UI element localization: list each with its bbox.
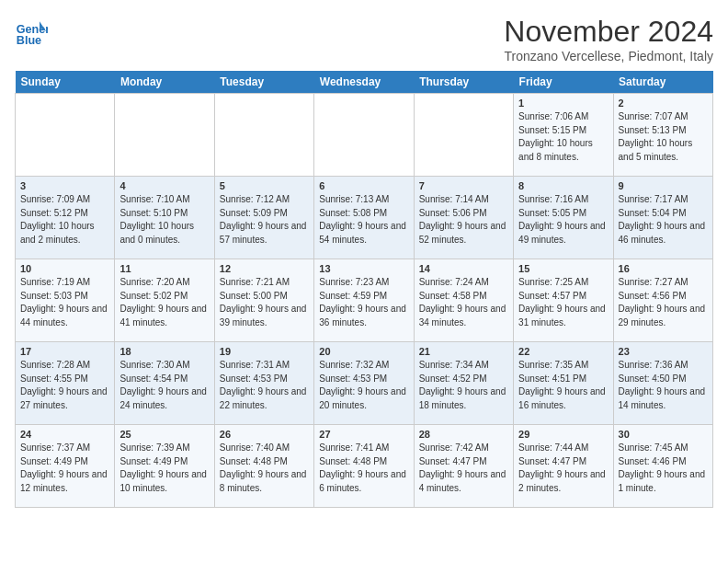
calendar-cell: 21Sunrise: 7:34 AM Sunset: 4:52 PM Dayli… [414,342,513,425]
day-number: 7 [419,180,508,191]
day-number: 4 [119,180,209,191]
weekday-header: Monday [115,71,214,94]
calendar-cell: 30Sunrise: 7:45 AM Sunset: 4:46 PM Dayli… [613,425,712,508]
day-info: Sunrise: 7:32 AM Sunset: 4:53 PM Dayligh… [319,359,408,412]
svg-text:Blue: Blue [17,34,41,47]
day-number: 14 [419,263,508,274]
calendar-cell: 9Sunrise: 7:17 AM Sunset: 5:04 PM Daylig… [613,177,712,259]
weekday-header: Sunday [16,71,115,94]
day-number: 29 [518,429,608,440]
weekday-header: Wednesday [314,71,414,94]
calendar-cell: 8Sunrise: 7:16 AM Sunset: 5:05 PM Daylig… [514,177,613,259]
day-info: Sunrise: 7:24 AM Sunset: 4:58 PM Dayligh… [419,276,508,329]
calendar-cell [115,94,214,177]
day-number: 22 [518,346,608,357]
day-info: Sunrise: 7:19 AM Sunset: 5:03 PM Dayligh… [20,276,109,329]
calendar-cell: 10Sunrise: 7:19 AM Sunset: 5:03 PM Dayli… [16,259,115,342]
calendar-cell [414,94,513,177]
location: Tronzano Vercellese, Piedmont, Italy [504,49,713,63]
day-info: Sunrise: 7:23 AM Sunset: 4:59 PM Dayligh… [319,276,408,329]
day-info: Sunrise: 7:34 AM Sunset: 4:52 PM Dayligh… [419,359,508,412]
day-number: 11 [119,263,209,274]
calendar-cell: 5Sunrise: 7:12 AM Sunset: 5:09 PM Daylig… [214,177,313,259]
page-header: General Blue November 2024 Tronzano Verc… [15,15,713,63]
day-info: Sunrise: 7:35 AM Sunset: 4:51 PM Dayligh… [518,359,608,412]
day-info: Sunrise: 7:39 AM Sunset: 4:49 PM Dayligh… [119,442,209,495]
calendar-cell: 3Sunrise: 7:09 AM Sunset: 5:12 PM Daylig… [16,177,115,259]
day-number: 12 [220,263,309,274]
logo: General Blue [15,15,48,48]
day-number: 10 [20,263,109,274]
weekday-header: Friday [514,71,613,94]
calendar-header: SundayMondayTuesdayWednesdayThursdayFrid… [16,71,713,94]
day-number: 15 [518,263,608,274]
day-number: 13 [319,263,408,274]
calendar-cell: 26Sunrise: 7:40 AM Sunset: 4:48 PM Dayli… [214,425,313,508]
day-info: Sunrise: 7:17 AM Sunset: 5:04 PM Dayligh… [619,193,708,247]
day-info: Sunrise: 7:41 AM Sunset: 4:48 PM Dayligh… [319,442,408,495]
day-number: 27 [319,429,408,440]
day-info: Sunrise: 7:30 AM Sunset: 4:54 PM Dayligh… [119,359,209,412]
calendar-cell: 16Sunrise: 7:27 AM Sunset: 4:56 PM Dayli… [613,259,712,342]
calendar-cell: 29Sunrise: 7:44 AM Sunset: 4:47 PM Dayli… [514,425,613,508]
calendar-cell: 17Sunrise: 7:28 AM Sunset: 4:55 PM Dayli… [16,342,115,425]
calendar-cell: 24Sunrise: 7:37 AM Sunset: 4:49 PM Dayli… [16,425,115,508]
day-info: Sunrise: 7:06 AM Sunset: 5:15 PM Dayligh… [518,110,608,164]
day-number: 5 [220,180,309,191]
month-title: November 2024 [504,15,713,49]
day-info: Sunrise: 7:09 AM Sunset: 5:12 PM Dayligh… [20,193,109,247]
calendar-cell: 25Sunrise: 7:39 AM Sunset: 4:49 PM Dayli… [115,425,214,508]
day-info: Sunrise: 7:40 AM Sunset: 4:48 PM Dayligh… [220,442,309,495]
calendar-cell: 13Sunrise: 7:23 AM Sunset: 4:59 PM Dayli… [314,259,414,342]
day-info: Sunrise: 7:14 AM Sunset: 5:06 PM Dayligh… [419,193,508,247]
day-number: 2 [619,98,708,109]
day-number: 24 [20,429,109,440]
calendar-cell: 4Sunrise: 7:10 AM Sunset: 5:10 PM Daylig… [115,177,214,259]
day-number: 6 [319,180,408,191]
calendar-cell: 11Sunrise: 7:20 AM Sunset: 5:02 PM Dayli… [115,259,214,342]
calendar-cell: 14Sunrise: 7:24 AM Sunset: 4:58 PM Dayli… [414,259,513,342]
day-number: 8 [518,180,608,191]
day-info: Sunrise: 7:27 AM Sunset: 4:56 PM Dayligh… [619,276,708,329]
calendar-cell: 19Sunrise: 7:31 AM Sunset: 4:53 PM Dayli… [214,342,313,425]
day-info: Sunrise: 7:16 AM Sunset: 5:05 PM Dayligh… [518,193,608,247]
weekday-header: Tuesday [214,71,313,94]
logo-icon: General Blue [15,15,48,48]
day-info: Sunrise: 7:45 AM Sunset: 4:46 PM Dayligh… [619,442,708,495]
calendar-cell: 7Sunrise: 7:14 AM Sunset: 5:06 PM Daylig… [414,177,513,259]
day-info: Sunrise: 7:20 AM Sunset: 5:02 PM Dayligh… [119,276,209,329]
day-info: Sunrise: 7:25 AM Sunset: 4:57 PM Dayligh… [518,276,608,329]
calendar-cell: 20Sunrise: 7:32 AM Sunset: 4:53 PM Dayli… [314,342,414,425]
day-number: 16 [619,263,708,274]
day-info: Sunrise: 7:37 AM Sunset: 4:49 PM Dayligh… [20,442,109,495]
calendar-cell: 22Sunrise: 7:35 AM Sunset: 4:51 PM Dayli… [514,342,613,425]
calendar-cell [16,94,115,177]
day-info: Sunrise: 7:42 AM Sunset: 4:47 PM Dayligh… [419,442,508,495]
calendar-cell: 18Sunrise: 7:30 AM Sunset: 4:54 PM Dayli… [115,342,214,425]
day-number: 1 [518,98,608,109]
day-number: 25 [119,429,209,440]
day-info: Sunrise: 7:31 AM Sunset: 4:53 PM Dayligh… [220,359,309,412]
day-number: 28 [419,429,508,440]
calendar-cell: 27Sunrise: 7:41 AM Sunset: 4:48 PM Dayli… [314,425,414,508]
calendar-cell: 6Sunrise: 7:13 AM Sunset: 5:08 PM Daylig… [314,177,414,259]
day-info: Sunrise: 7:21 AM Sunset: 5:00 PM Dayligh… [220,276,309,329]
day-info: Sunrise: 7:10 AM Sunset: 5:10 PM Dayligh… [119,193,209,247]
calendar-cell: 23Sunrise: 7:36 AM Sunset: 4:50 PM Dayli… [613,342,712,425]
day-number: 3 [20,180,109,191]
calendar-cell: 2Sunrise: 7:07 AM Sunset: 5:13 PM Daylig… [613,94,712,177]
weekday-header: Saturday [613,71,712,94]
calendar-cell [314,94,414,177]
day-info: Sunrise: 7:36 AM Sunset: 4:50 PM Dayligh… [619,359,708,412]
weekday-header: Thursday [414,71,513,94]
day-number: 19 [220,346,309,357]
calendar-table: SundayMondayTuesdayWednesdayThursdayFrid… [15,71,713,508]
day-info: Sunrise: 7:28 AM Sunset: 4:55 PM Dayligh… [20,359,109,412]
day-number: 9 [619,180,708,191]
day-number: 30 [619,429,708,440]
day-number: 26 [220,429,309,440]
day-number: 17 [20,346,109,357]
calendar-cell: 1Sunrise: 7:06 AM Sunset: 5:15 PM Daylig… [514,94,613,177]
day-number: 18 [119,346,209,357]
day-info: Sunrise: 7:07 AM Sunset: 5:13 PM Dayligh… [619,110,708,164]
